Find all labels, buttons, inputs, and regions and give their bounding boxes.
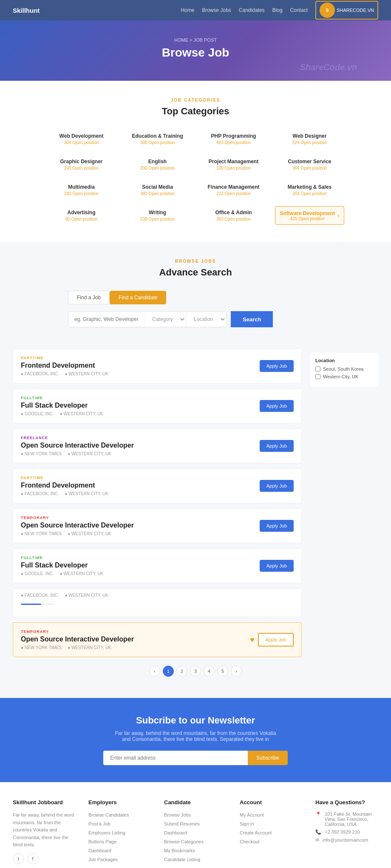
footer-link[interactable]: Dashboard [164,830,187,835]
footer-link[interactable]: My Bookmarks [164,848,195,853]
tab-find-candidate[interactable]: Find a Candidate [110,291,166,304]
apply-button[interactable]: Apply Job [260,400,294,412]
footer-link[interactable]: Submit Resumes [164,821,200,826]
footer-link[interactable]: My Account [240,812,264,817]
navbar: Skillhunt Home Browse Jobs Candidates Bl… [0,0,391,20]
category-item[interactable]: English 200 Open position [123,155,192,174]
job-meta: ● FACEBOOK, INC. ● WESTERN CITY, UK [21,372,108,376]
job-location: ● WESTERN CITY, UK [68,451,111,456]
footer-email: ✉ info@yourdomaincom [315,837,378,843]
category-item[interactable]: Web Designer 524 Open position [275,130,344,148]
category-item-highlight[interactable]: Software Development 425 Open position › [275,206,344,225]
company-name: ● NEW YORK TIMES [21,531,62,536]
location-checkbox[interactable] [315,366,320,372]
newsletter-section: Subcribe to our Newsletter Far far away,… [0,698,391,782]
page-button-4[interactable]: 4 [204,666,215,677]
nav-home[interactable]: Home [181,7,194,13]
footer-link[interactable]: Browse Candidates [88,812,129,817]
category-item[interactable]: Project Management 100 Open position [199,155,268,174]
twitter-icon[interactable]: t [13,853,24,864]
job-title: Open Source Interactive Developer [21,635,134,643]
newsletter-text: Far far away, behind the word mountains,… [110,730,280,742]
category-select[interactable]: Category [144,312,186,327]
footer-link[interactable]: Browse Jobs [164,812,191,817]
breadcrumb: HOME > JOB POST [8,37,382,43]
tab-find-job[interactable]: Find a Job [68,291,110,304]
footer-link[interactable]: Create Account [240,830,272,835]
search-input[interactable] [68,312,144,327]
search-bar: Category Location [68,311,227,327]
newsletter-email-input[interactable] [103,751,248,765]
category-item[interactable]: Web Development 304 Open position [47,130,116,148]
search-button[interactable]: Search [231,311,273,327]
category-item[interactable]: Advertising 80 Open position [47,206,116,225]
footer-link[interactable]: Sign in [240,821,254,826]
phone-icon: 📞 [315,829,321,835]
job-type-badge: FULLTIME [21,556,103,560]
company-name: ● NEW YORK TIMES [21,645,62,650]
apply-button[interactable]: Apply Job [260,440,294,452]
company-name: ● FACEBOOK, INC. [21,593,59,598]
footer-link[interactable]: Employers Listing [88,830,125,835]
job-location: ● WESTERN CITY, UK [60,411,104,416]
category-item[interactable]: Education & Training 300 Open position [123,130,192,148]
prev-page-button[interactable]: ‹ [149,666,160,677]
nav-candidates[interactable]: Candidates [239,7,265,13]
sidebar-location-item[interactable]: Seoul, South Korea [315,366,373,372]
footer-col-contact: Have a Questions? 📍 101 Fake St. Mountai… [315,799,378,865]
next-page-button[interactable]: › [231,666,242,677]
category-item[interactable]: Marketing & Sales 204 Open position [275,181,344,199]
footer-link[interactable]: Job Packages [88,857,118,862]
apply-button[interactable]: Apply Job [260,360,294,372]
nav-browse-jobs[interactable]: Browse Jobs [202,7,231,13]
footer-link[interactable]: Post a Job [88,821,110,826]
page-button-3[interactable]: 3 [190,666,201,677]
arrow-icon: › [337,212,340,219]
job-meta: ● NEW YORK TIMES ● WESTERN CITY, UK [21,645,134,650]
page-button-1[interactable]: 1 [163,666,174,677]
category-item[interactable]: PHP Programming 493 Open position [199,130,268,148]
footer-link[interactable]: Candidate Listing [164,857,200,862]
job-location: ● WESTERN CITY, UK [68,645,111,650]
footer-candidate-links: Browse Jobs Submit Resumes Dashboard Bro… [164,811,227,862]
page-button-5[interactable]: 5 [217,666,228,677]
apply-button[interactable]: Apply Job [260,560,294,572]
category-item[interactable]: Writing 538 Open position [123,206,192,225]
nav-contact[interactable]: Contact [290,7,308,13]
progress-bar-container [21,604,55,605]
location-icon: 📍 [315,811,321,817]
footer-col-candidate: Candidate Browse Jobs Submit Resumes Das… [164,799,227,865]
location-select[interactable]: Location [186,312,226,327]
category-item[interactable]: Finance Management 222 Open position [199,181,268,199]
heart-icon[interactable]: ♥ [250,635,255,644]
apply-button[interactable]: Apply Job [258,633,294,647]
category-item[interactable]: Graphic Designer 243 Open position [47,155,116,174]
job-location: ● WESTERN CITY, UK [60,571,104,576]
company-name: ● FACEBOOK, INC. [21,491,59,496]
apply-button[interactable]: Apply Job [260,520,294,532]
location-checkbox[interactable] [315,374,320,379]
job-type-badge: TEMPORARY [21,630,134,634]
sidebar-location-item[interactable]: Western City, UK [315,374,373,379]
nav-blog[interactable]: Blog [272,7,283,13]
categories-label: JOB CATEGORIES [13,98,378,102]
category-item[interactable]: Social Media 380 Open position [123,181,192,199]
footer-account-title: Account [240,799,303,806]
page-button-2[interactable]: 2 [176,666,187,677]
category-item[interactable]: Multimedia 280 Open position [47,181,116,199]
newsletter-subscribe-button[interactable]: Subscribe [248,751,287,765]
footer-about-text: Far far away, behind the word mountains,… [13,811,76,849]
footer-link[interactable]: Buttons Page [88,839,116,844]
job-type-badge: FULLTIME [21,396,103,400]
footer-account-links: My Account Sign in Create Account Checko… [240,811,303,845]
footer-link[interactable]: Dashboard [88,848,111,853]
job-location: ● WESTERN CITY, UK [65,593,108,598]
footer-phone: 📞 +2 392 3929 210 [315,829,378,835]
job-title: Open Source Interactive Developer [21,522,134,529]
category-item[interactable]: Customer Service 364 Open position [275,155,344,174]
footer-link[interactable]: Browse Categories [164,839,204,844]
category-item[interactable]: Office & Admin 383 Open position [199,206,268,225]
facebook-icon[interactable]: f [27,853,38,864]
footer-link[interactable]: Checkout [240,839,259,844]
apply-button[interactable]: Apply Job [260,480,294,492]
